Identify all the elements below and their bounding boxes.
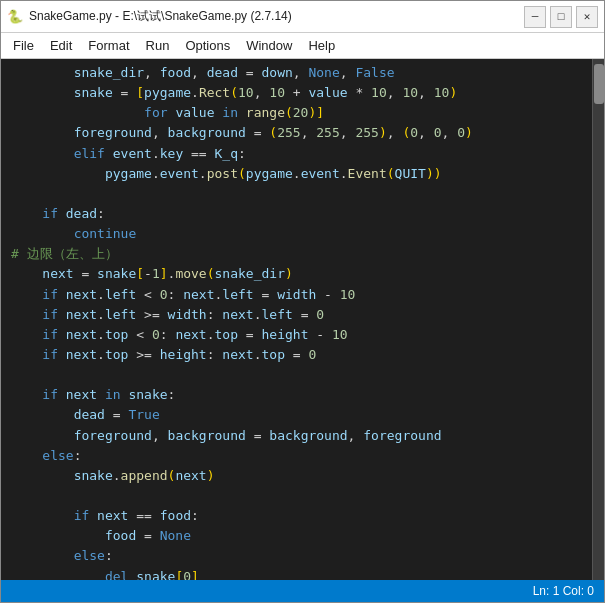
menu-help[interactable]: Help <box>300 36 343 55</box>
title-controls: ─ □ ✕ <box>524 6 598 28</box>
maximize-button[interactable]: □ <box>550 6 572 28</box>
title-bar: 🐍 SnakeGame.py - E:\试试\SnakeGame.py (2.7… <box>1 1 604 33</box>
menu-run[interactable]: Run <box>138 36 178 55</box>
close-button[interactable]: ✕ <box>576 6 598 28</box>
status-bar: Ln: 1 Col: 0 <box>1 580 604 602</box>
minimize-button[interactable]: ─ <box>524 6 546 28</box>
editor-content[interactable]: snake_dir, food, dead = down, None, Fals… <box>1 59 592 580</box>
window-title: SnakeGame.py - E:\试试\SnakeGame.py (2.7.1… <box>29 8 292 25</box>
app-icon: 🐍 <box>7 9 23 25</box>
menu-window[interactable]: Window <box>238 36 300 55</box>
menu-edit[interactable]: Edit <box>42 36 80 55</box>
menu-file[interactable]: File <box>5 36 42 55</box>
scrollbar-vertical[interactable] <box>592 59 604 580</box>
menu-bar: File Edit Format Run Options Window Help <box>1 33 604 59</box>
editor-wrapper: snake_dir, food, dead = down, None, Fals… <box>1 59 604 580</box>
title-bar-left: 🐍 SnakeGame.py - E:\试试\SnakeGame.py (2.7… <box>7 8 292 25</box>
menu-format[interactable]: Format <box>80 36 137 55</box>
menu-options[interactable]: Options <box>177 36 238 55</box>
cursor-position: Ln: 1 Col: 0 <box>533 584 594 598</box>
scrollbar-thumb[interactable] <box>594 64 604 104</box>
code-block: snake_dir, food, dead = down, None, Fals… <box>1 63 592 580</box>
